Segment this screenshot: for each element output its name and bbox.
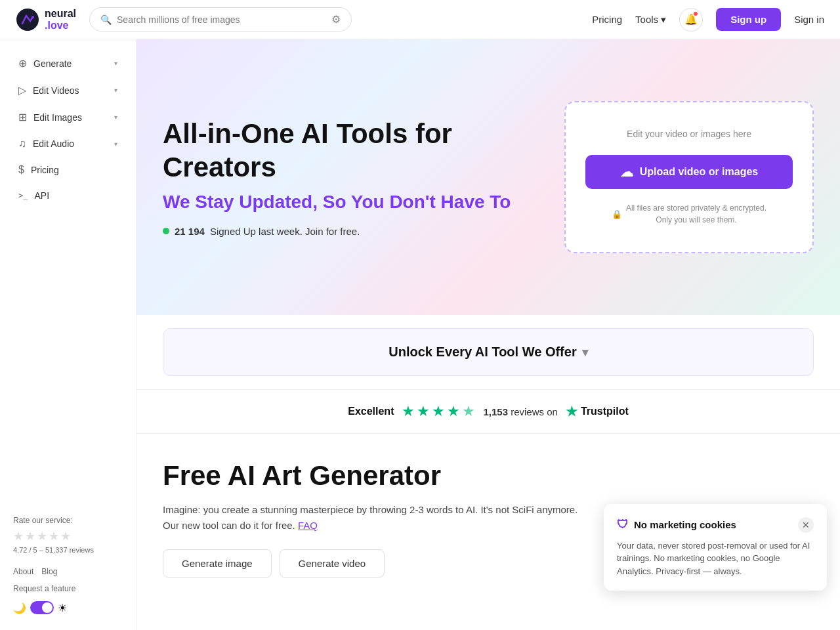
upload-privacy: 🔒 All files are stored privately & encry… (585, 202, 793, 226)
edit-images-chevron-icon: ▾ (114, 114, 117, 121)
star-3: ★ (37, 529, 47, 543)
api-icon: >_ (18, 191, 28, 200)
cookie-header: 🛡 No marketing cookies ✕ (617, 517, 814, 533)
art-title: Free AI Art Generator (163, 460, 814, 492)
star-4: ★ (49, 529, 59, 543)
cookie-banner: 🛡 No marketing cookies ✕ Your data, neve… (604, 504, 827, 591)
filter-icon[interactable]: ⚙ (331, 13, 341, 26)
hero-section: All-in-One AI Tools for Creators We Stay… (136, 39, 840, 315)
upload-button[interactable]: ☁ Upload video or images (585, 155, 793, 189)
star-rating[interactable]: ★ ★ ★ ★ ★ (13, 529, 123, 543)
sidebar-item-edit-videos[interactable]: ▷ Edit Videos ▾ (5, 77, 131, 103)
signup-button[interactable]: Sign up (716, 8, 781, 31)
cookie-body: Your data, never stored post-removal or … (617, 539, 814, 578)
sidebar-item-api[interactable]: >_ API (5, 184, 131, 207)
edit-videos-chevron-icon: ▾ (114, 87, 117, 94)
upload-card-hint: Edit your video or images here (585, 129, 793, 139)
sidebar-label-api: API (34, 190, 117, 201)
faq-link[interactable]: FAQ (298, 520, 318, 531)
toggle-thumb (42, 602, 52, 613)
svg-point-0 (16, 9, 39, 31)
sidebar-label-generate: Generate (33, 58, 108, 69)
header: neural .love 🔍 ⚙ Pricing Tools ▾ 🔔 Sign … (0, 0, 840, 39)
privacy-text: All files are stored privately & encrypt… (626, 202, 766, 226)
upload-card: Edit your video or images here ☁ Upload … (564, 101, 814, 253)
rating-label: Rate our service: (13, 516, 123, 525)
lock-icon: 🔒 (612, 209, 622, 219)
upload-icon: ☁ (620, 164, 633, 180)
trustpilot-logo[interactable]: ★ Trustpilot (566, 404, 629, 419)
hero-title: All-in-One AI Tools for Creators (163, 117, 530, 184)
pricing-nav-link[interactable]: Pricing (592, 14, 622, 25)
stat-dot (163, 228, 169, 234)
cookie-close-button[interactable]: ✕ (798, 517, 814, 533)
logo[interactable]: neural .love (16, 8, 76, 32)
edit-audio-chevron-icon: ▾ (114, 140, 117, 148)
theme-switch[interactable] (30, 601, 54, 614)
cookie-title: 🛡 No marketing cookies (617, 518, 736, 532)
tools-nav-button[interactable]: Tools ▾ (635, 14, 666, 26)
signin-link[interactable]: Sign in (794, 14, 824, 25)
edit-videos-icon: ▷ (18, 84, 26, 96)
tp-star-1: ★ (402, 403, 415, 420)
search-bar[interactable]: 🔍 ⚙ (89, 7, 352, 32)
unlock-text: Unlock Every AI Tool We Offer ▾ (388, 345, 587, 360)
notification-dot (693, 11, 698, 16)
sidebar-item-pricing[interactable]: $ Pricing (5, 158, 131, 182)
trustpilot-logo-icon: ★ (566, 404, 578, 419)
blog-link[interactable]: Blog (41, 567, 57, 576)
close-icon: ✕ (802, 520, 810, 530)
moon-icon: 🌙 (13, 602, 26, 614)
about-link[interactable]: About (13, 567, 33, 576)
sun-icon: ☀ (58, 602, 67, 614)
footer-links: About Blog (0, 562, 136, 581)
tp-star-2: ★ (417, 403, 430, 420)
sidebar-label-edit-videos: Edit Videos (33, 85, 108, 96)
edit-audio-icon: ♫ (18, 138, 26, 150)
svg-point-1 (32, 16, 34, 18)
trustpilot-section: Excellent ★ ★ ★ ★ ★ 1,153 reviews on ★ T… (136, 389, 840, 434)
notifications-button[interactable]: 🔔 (679, 8, 703, 32)
sidebar-item-edit-audio[interactable]: ♫ Edit Audio ▾ (5, 131, 131, 156)
logo-text: neural .love (45, 8, 76, 31)
star-1: ★ (13, 529, 24, 543)
rating-section: Rate our service: ★ ★ ★ ★ ★ 4.72 / 5 – 5… (0, 508, 136, 562)
edit-images-icon: ⊞ (18, 111, 27, 123)
unlock-bar[interactable]: Unlock Every AI Tool We Offer ▾ (163, 328, 814, 376)
search-icon: 🔍 (100, 14, 112, 25)
tp-star-5: ★ (462, 403, 475, 420)
hero-stat: 21 194 Signed Up last week. Join for fre… (163, 226, 530, 237)
rating-text: 4.72 / 5 – 51,337 reviews (13, 546, 123, 554)
hero-content: All-in-One AI Tools for Creators We Stay… (163, 117, 530, 237)
art-desc: Imagine: you create a stunning masterpie… (163, 502, 622, 534)
sidebar-item-edit-images[interactable]: ⊞ Edit Images ▾ (5, 104, 131, 130)
trustpilot-count: 1,153 reviews on (483, 406, 557, 417)
sidebar-label-edit-audio: Edit Audio (33, 138, 108, 149)
sidebar-label-edit-images: Edit Images (33, 112, 108, 123)
theme-toggle[interactable]: 🌙 ☀ (0, 596, 136, 620)
trustpilot-excellent: Excellent (348, 406, 394, 417)
star-5: ★ (60, 529, 71, 543)
generate-image-button[interactable]: Generate image (163, 549, 272, 578)
header-right: Pricing Tools ▾ 🔔 Sign up Sign in (592, 8, 824, 32)
unlock-chevron-icon: ▾ (582, 345, 588, 360)
tp-star-4: ★ (447, 403, 460, 420)
tools-chevron-icon: ▾ (661, 14, 666, 26)
hero-subtitle: We Stay Updated, So You Don't Have To (163, 192, 530, 213)
shield-icon: 🛡 (617, 518, 629, 532)
trustpilot-stars: ★ ★ ★ ★ ★ (402, 403, 475, 420)
generate-icon: ⊕ (18, 57, 27, 70)
sidebar: ⊕ Generate ▾ ▷ Edit Videos ▾ ⊞ Edit Imag… (0, 39, 136, 630)
stat-text: Signed Up last week. Join for free. (210, 226, 360, 237)
sidebar-item-generate[interactable]: ⊕ Generate ▾ (5, 51, 131, 76)
sidebar-label-pricing: Pricing (31, 165, 117, 175)
generate-video-button[interactable]: Generate video (280, 549, 385, 578)
star-2: ★ (25, 529, 35, 543)
generate-chevron-icon: ▾ (114, 60, 117, 67)
stat-number: 21 194 (175, 226, 205, 237)
search-input[interactable] (117, 14, 326, 25)
request-feature-link[interactable]: Request a feature (0, 581, 136, 596)
pricing-icon: $ (18, 164, 24, 176)
tp-star-3: ★ (432, 403, 445, 420)
